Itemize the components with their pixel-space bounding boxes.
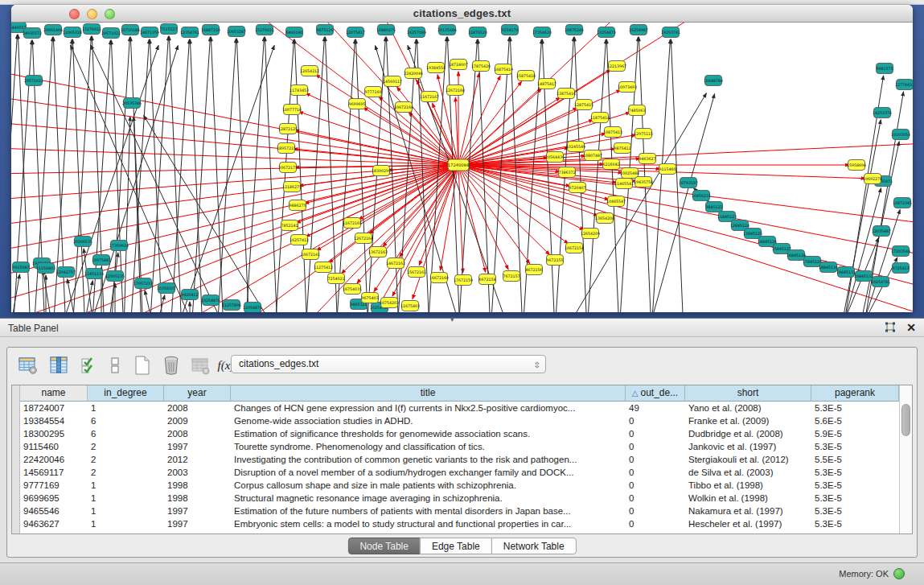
graph-node[interactable] bbox=[877, 64, 893, 74]
table-panel-titlebar[interactable]: ▾ Table Panel ✕ bbox=[0, 318, 924, 337]
column-header-pagerank[interactable]: pagerank bbox=[811, 385, 899, 402]
graph-node[interactable] bbox=[547, 255, 564, 266]
graph-node[interactable] bbox=[384, 76, 401, 87]
graph-node[interactable] bbox=[409, 267, 425, 278]
graph-node[interactable] bbox=[38, 263, 55, 274]
graph-node[interactable] bbox=[317, 25, 334, 35]
table-settings-icon[interactable] bbox=[17, 354, 39, 377]
graph-node[interactable] bbox=[182, 27, 199, 38]
graph-node[interactable] bbox=[473, 61, 490, 72]
graph-node[interactable] bbox=[526, 265, 543, 275]
graph-node[interactable] bbox=[370, 247, 387, 257]
graph-node[interactable] bbox=[479, 274, 496, 285]
table-row[interactable]: 1938455462009Genome-wide association stu… bbox=[20, 414, 899, 427]
table-row[interactable]: 977716911998Corpus callosum shape and si… bbox=[20, 479, 899, 492]
column-select-icon[interactable] bbox=[47, 354, 70, 377]
graph-node[interactable] bbox=[203, 25, 220, 35]
graph-node[interactable] bbox=[280, 163, 297, 173]
graph-node[interactable] bbox=[893, 263, 910, 274]
graph-node[interactable] bbox=[26, 76, 43, 86]
graph-node[interactable] bbox=[597, 213, 614, 224]
graph-node[interactable] bbox=[64, 27, 81, 38]
graph-node[interactable] bbox=[619, 82, 636, 93]
table-row[interactable]: 2242004622012Investigating the contribut… bbox=[20, 453, 899, 466]
graph-node[interactable] bbox=[495, 64, 512, 75]
column-header-title[interactable]: title bbox=[231, 385, 626, 402]
table-row[interactable]: 969969511998Structural magnetic resonanc… bbox=[20, 492, 899, 505]
graph-node[interactable] bbox=[13, 262, 30, 273]
graph-node[interactable] bbox=[893, 130, 910, 140]
graph-node[interactable] bbox=[421, 92, 438, 102]
graph-node[interactable] bbox=[894, 198, 911, 208]
graph-node[interactable] bbox=[107, 271, 124, 282]
tab-node-table[interactable]: Node Table bbox=[347, 538, 421, 554]
graph-node[interactable] bbox=[111, 241, 128, 251]
graph-node[interactable] bbox=[897, 80, 914, 90]
graph-node[interactable] bbox=[103, 28, 120, 39]
graph-node[interactable] bbox=[86, 269, 103, 279]
graph-node[interactable] bbox=[873, 226, 890, 237]
graph-node[interactable] bbox=[409, 27, 425, 38]
graph-node[interactable] bbox=[693, 191, 710, 201]
graph-node[interactable] bbox=[344, 284, 361, 295]
graph-node[interactable] bbox=[592, 113, 609, 123]
graph-node[interactable] bbox=[328, 274, 345, 284]
graph-node[interactable] bbox=[873, 277, 889, 287]
graph-node[interactable] bbox=[848, 160, 865, 171]
graph-node[interactable] bbox=[93, 255, 110, 266]
table-row[interactable]: 911546021997Tourette syndrome. Phenomeno… bbox=[20, 440, 899, 453]
graph-node[interactable] bbox=[228, 27, 245, 37]
graph-node[interactable] bbox=[439, 25, 456, 35]
graph-node[interactable] bbox=[680, 178, 697, 188]
graph-node[interactable] bbox=[24, 28, 41, 39]
graph-node[interactable] bbox=[280, 124, 297, 134]
graph-node[interactable] bbox=[568, 142, 585, 152]
column-header-short[interactable]: short bbox=[685, 385, 811, 402]
row-height-icon[interactable] bbox=[104, 354, 126, 377]
graph-node[interactable] bbox=[378, 25, 395, 35]
graph-node[interactable] bbox=[470, 27, 487, 38]
tab-network-table[interactable]: Network Table bbox=[491, 538, 577, 554]
graph-node[interactable] bbox=[569, 183, 586, 193]
column-header-out-degree[interactable]: △out_de... bbox=[626, 385, 685, 402]
graph-node[interactable] bbox=[635, 177, 652, 187]
graph-node[interactable] bbox=[302, 249, 319, 260]
graph-node[interactable] bbox=[428, 63, 445, 73]
graph-node[interactable] bbox=[705, 76, 722, 86]
graph-node[interactable] bbox=[302, 66, 318, 76]
graph-node[interactable] bbox=[182, 290, 199, 300]
graph-node[interactable] bbox=[598, 27, 615, 38]
graph-node[interactable] bbox=[639, 154, 656, 164]
table-row[interactable]: 1456911722003Disruption of a novel membe… bbox=[20, 466, 899, 479]
graph-node[interactable] bbox=[838, 267, 855, 278]
new-table-icon[interactable] bbox=[131, 354, 154, 377]
graph-node[interactable] bbox=[431, 273, 448, 283]
graph-node[interactable] bbox=[344, 218, 361, 229]
graph-node[interactable] bbox=[788, 250, 805, 261]
graph-node[interactable] bbox=[244, 303, 261, 313]
graph-node[interactable] bbox=[203, 295, 220, 306]
graph-node[interactable] bbox=[284, 182, 301, 192]
graph-node[interactable] bbox=[284, 105, 301, 115]
graph-node[interactable] bbox=[58, 267, 75, 278]
column-header-name[interactable]: name bbox=[20, 385, 88, 402]
graph-node[interactable] bbox=[539, 79, 556, 89]
graph-node[interactable] bbox=[447, 85, 464, 96]
graph-node[interactable] bbox=[448, 159, 469, 171]
graph-node[interactable] bbox=[605, 127, 622, 138]
graph-node[interactable] bbox=[893, 246, 910, 257]
graph-node[interactable] bbox=[804, 257, 821, 267]
graph-node[interactable] bbox=[355, 233, 372, 244]
graph-node[interactable] bbox=[122, 25, 139, 35]
select-rows-icon[interactable] bbox=[78, 354, 101, 377]
graph-node[interactable] bbox=[257, 25, 273, 35]
table-row[interactable]: 946554611997Estimation of the future num… bbox=[20, 505, 899, 517]
scrollbar-thumb[interactable] bbox=[901, 404, 910, 436]
column-header-in-degree[interactable]: in_degree bbox=[88, 385, 164, 402]
graph-node[interactable] bbox=[124, 98, 141, 109]
graph-node[interactable] bbox=[614, 143, 631, 154]
graph-node[interactable] bbox=[820, 262, 837, 273]
graph-node[interactable] bbox=[365, 87, 382, 97]
graph-node[interactable] bbox=[388, 258, 405, 269]
graph-node[interactable] bbox=[616, 179, 633, 189]
